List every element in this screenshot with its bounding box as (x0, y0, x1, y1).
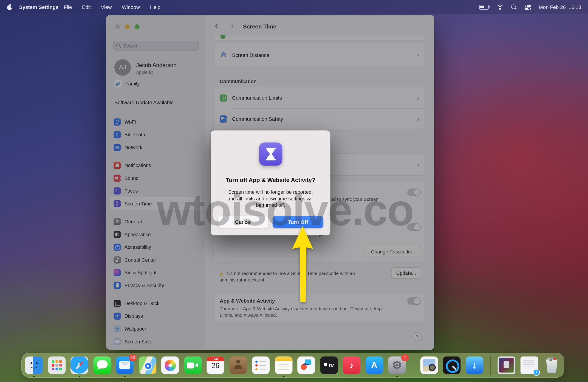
dock-minimized-safari-window[interactable] (520, 357, 538, 374)
battery-icon[interactable] (479, 5, 488, 9)
running-indicator (124, 376, 126, 377)
dock-downloads[interactable]: ↓ (465, 357, 483, 374)
dock-contacts[interactable] (229, 357, 247, 374)
turn-off-dialog: Turn off App & Website Activity? Screen … (211, 130, 331, 235)
dock-calendar[interactable]: FEB26 (207, 357, 224, 374)
dock-preview[interactable] (420, 357, 438, 374)
reminders-icon (252, 357, 270, 374)
dock-finder[interactable] (25, 357, 43, 374)
dock-launchpad[interactable] (48, 357, 65, 374)
dialog-body: Screen time will no longer be reported, … (217, 189, 325, 209)
badge: 1 (401, 354, 409, 361)
maps-icon (139, 357, 156, 374)
launchpad-icon (48, 357, 65, 374)
dock-maps[interactable] (139, 357, 156, 374)
apple-menu-icon[interactable] (7, 4, 12, 10)
running-indicator (283, 376, 284, 377)
running-indicator (396, 376, 398, 377)
menu-bar: System Settings FileEditViewWindowHelp M… (0, 0, 588, 14)
dialog-body-line: be turned off. (217, 202, 325, 209)
minimized-window-icon (498, 357, 515, 374)
dock-reminders[interactable] (252, 357, 270, 374)
menu-items: FileEditViewWindowHelp (64, 4, 161, 10)
menu-bar-clock[interactable]: Mon Feb 26 16:18 (539, 4, 581, 10)
dock-photos[interactable] (161, 357, 179, 374)
dock-minimized-window[interactable] (498, 357, 515, 374)
wifi-icon[interactable] (496, 5, 503, 10)
dock-appstore[interactable]: A (365, 357, 383, 374)
dock-quicktime[interactable] (443, 357, 461, 374)
active-app-name[interactable]: System Settings (19, 4, 59, 10)
finder-icon (25, 357, 43, 374)
preview-icon (420, 357, 438, 374)
menu-bar-status: Mon Feb 26 16:18 (479, 4, 581, 10)
appletv-icon: tv (320, 357, 338, 374)
search-icon[interactable] (511, 4, 517, 10)
dialog-body-line: Screen time will no longer be reported, (217, 189, 325, 196)
facetime-icon (184, 357, 202, 374)
running-indicator (33, 376, 35, 377)
dock-mail[interactable]: 63 (116, 357, 133, 374)
menu-file[interactable]: File (64, 4, 72, 10)
freeform-icon: ~ (297, 357, 315, 374)
calendar-icon: FEB26 (207, 357, 224, 374)
music-icon: ♪ (343, 357, 360, 374)
menu-help[interactable]: Help (150, 4, 160, 10)
badge: 63 (129, 354, 136, 361)
appstore-icon: A (365, 357, 383, 374)
control-center-icon[interactable] (525, 5, 531, 9)
downloads-icon: ↓ (465, 357, 483, 374)
dock-music[interactable]: ♪ (343, 357, 360, 374)
dock-freeform[interactable]: ~ (297, 357, 315, 374)
messages-icon (93, 357, 111, 374)
contacts-icon (229, 357, 247, 374)
photos-icon (161, 357, 179, 374)
dock: 63FEB26~tv♪A⚙1↓ (21, 353, 564, 378)
dock-settings[interactable]: ⚙1 (388, 357, 406, 374)
safari-icon (70, 357, 88, 374)
cancel-button[interactable]: Cancel (218, 216, 269, 228)
dialog-body-line: and all limits and downtime settings wil… (217, 195, 325, 202)
menu-view[interactable]: View (101, 4, 112, 10)
dock-messages[interactable] (93, 357, 111, 374)
quicktime-icon (443, 357, 461, 374)
dock-facetime[interactable] (184, 357, 202, 374)
annotation-arrow (287, 224, 318, 305)
dock-appletv[interactable]: tv (320, 357, 338, 374)
menu-edit[interactable]: Edit (82, 4, 91, 10)
desktop: System Settings FileEditViewWindowHelp M… (0, 0, 588, 382)
dock-divider (413, 356, 413, 375)
dock-divider (490, 356, 491, 375)
dock-notes[interactable] (275, 357, 292, 374)
dock-trash[interactable] (543, 357, 561, 374)
menu-window[interactable]: Window (122, 4, 140, 10)
screen-time-hourglass-icon (259, 142, 282, 165)
running-indicator (79, 376, 80, 377)
trash-icon (543, 357, 561, 374)
notes-icon (275, 357, 292, 374)
minimized-safari-window-icon (520, 357, 538, 374)
dock-safari[interactable] (70, 357, 88, 374)
dialog-title: Turn off App & Website Activity? (215, 177, 326, 184)
